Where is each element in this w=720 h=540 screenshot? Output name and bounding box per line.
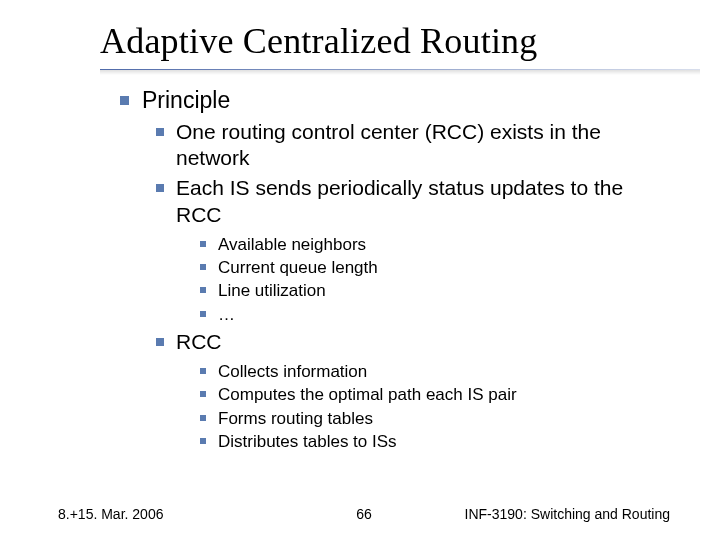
- content-area: Principle One routing control center (RC…: [120, 86, 660, 458]
- bullet-label: Available neighbors: [218, 235, 366, 254]
- bullet-icon: [120, 96, 129, 105]
- footer-course: INF-3190: Switching and Routing: [465, 506, 670, 522]
- bullet-icon: [200, 368, 206, 374]
- bullet-label: RCC: [176, 330, 222, 353]
- title-area: Adaptive Centralized Routing: [100, 20, 700, 68]
- bullet-icon: [200, 311, 206, 317]
- list-item: Each IS sends periodically status update…: [156, 175, 660, 325]
- list-item: Current queue length: [200, 257, 660, 278]
- bullet-label: Line utilization: [218, 281, 326, 300]
- bullet-icon: [200, 241, 206, 247]
- title-shadow: [100, 70, 700, 75]
- footer-page-number: 66: [356, 506, 372, 522]
- bullet-icon: [156, 128, 164, 136]
- bullet-icon: [156, 184, 164, 192]
- bullet-label: …: [218, 305, 235, 324]
- bullet-list-l2: One routing control center (RCC) exists …: [156, 119, 660, 452]
- bullet-label: Computes the optimal path each IS pair: [218, 385, 517, 404]
- list-item: RCC Collects information Computes the op…: [156, 329, 660, 452]
- list-item: Forms routing tables: [200, 408, 660, 429]
- bullet-label: Current queue length: [218, 258, 378, 277]
- bullet-label: Forms routing tables: [218, 409, 373, 428]
- bullet-list-l1: Principle One routing control center (RC…: [120, 86, 660, 452]
- bullet-icon: [200, 415, 206, 421]
- bullet-icon: [156, 338, 164, 346]
- bullet-label: One routing control center (RCC) exists …: [176, 120, 601, 169]
- slide-title: Adaptive Centralized Routing: [100, 20, 700, 68]
- list-item: …: [200, 304, 660, 325]
- bullet-list-l3: Collects information Computes the optima…: [200, 361, 660, 452]
- list-item: Line utilization: [200, 280, 660, 301]
- footer: 8.+15. Mar. 2006 66 INF-3190: Switching …: [58, 506, 670, 522]
- list-item: Principle One routing control center (RC…: [120, 86, 660, 452]
- slide: { "title": "Adaptive Centralized Routing…: [0, 0, 720, 540]
- list-item: One routing control center (RCC) exists …: [156, 119, 660, 172]
- list-item: Distributes tables to ISs: [200, 431, 660, 452]
- bullet-icon: [200, 438, 206, 444]
- footer-date: 8.+15. Mar. 2006: [58, 506, 163, 522]
- bullet-label: Each IS sends periodically status update…: [176, 176, 623, 225]
- bullet-list-l3: Available neighbors Current queue length…: [200, 234, 660, 325]
- list-item: Available neighbors: [200, 234, 660, 255]
- bullet-label: Collects information: [218, 362, 367, 381]
- bullet-icon: [200, 287, 206, 293]
- bullet-label: Principle: [142, 87, 230, 113]
- bullet-icon: [200, 391, 206, 397]
- list-item: Computes the optimal path each IS pair: [200, 384, 660, 405]
- bullet-icon: [200, 264, 206, 270]
- bullet-label: Distributes tables to ISs: [218, 432, 397, 451]
- list-item: Collects information: [200, 361, 660, 382]
